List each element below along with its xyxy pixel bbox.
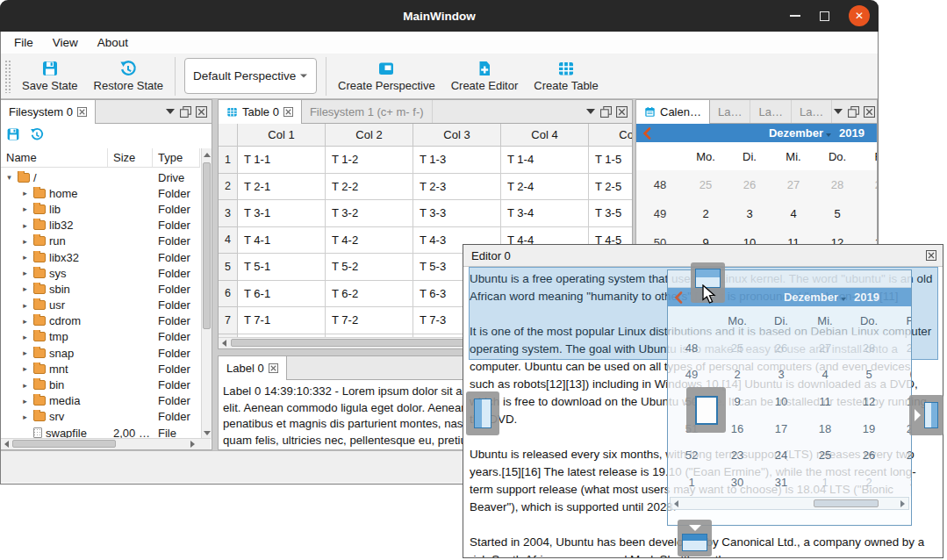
table-cell[interactable]: T 1-2 [326, 147, 413, 174]
calendar-day[interactable]: 2 [684, 207, 728, 220]
expander-icon[interactable]: ▸ [20, 269, 30, 277]
calendar-day[interactable]: 27 [771, 178, 815, 191]
table-cell[interactable]: T 3-4 [501, 200, 589, 227]
table-cell[interactable]: T 2-5 [589, 174, 632, 201]
expander-icon[interactable]: ▸ [20, 348, 30, 357]
save-state-button[interactable]: Save State [14, 58, 86, 94]
month-select[interactable]: Dezember [769, 126, 831, 140]
calendar-day[interactable]: 6 [859, 207, 877, 220]
expander-icon[interactable]: ▸ [20, 221, 30, 230]
minimize-icon[interactable] [790, 15, 800, 17]
table-cell[interactable]: T 3-1 [238, 200, 326, 227]
table-cell[interactable]: T 1-3 [413, 147, 501, 174]
tab-close-icon[interactable] [77, 107, 87, 117]
tree-row[interactable]: ▸ media Folder [1, 393, 200, 409]
tree-row[interactable]: ▸ srv Folder [1, 409, 200, 425]
table-cell[interactable]: T 2-2 [326, 174, 413, 201]
table-cell[interactable]: T 4-1 [238, 227, 326, 255]
restore-state-button[interactable]: Restore State [86, 58, 172, 94]
year-select[interactable]: 2019 [839, 126, 864, 140]
expander-icon[interactable]: ▸ [20, 301, 30, 310]
tree-row[interactable]: ▸ mnt Folder [1, 361, 200, 377]
tab-label-0[interactable]: Label 0 [219, 356, 287, 380]
close-icon[interactable]: ✕ [849, 5, 870, 26]
expander-icon[interactable]: ▸ [20, 413, 30, 421]
dock-menu-icon[interactable] [585, 106, 596, 118]
col-name[interactable]: Name [1, 148, 108, 167]
table-cell[interactable]: T 2-3 [413, 174, 501, 201]
tree-row[interactable]: ▸ usr Folder [1, 298, 200, 313]
expander-icon[interactable]: ▸ [20, 237, 30, 246]
dock-close-icon[interactable] [864, 106, 875, 118]
calendar-day[interactable]: 25 [684, 178, 728, 191]
calendar-day[interactable]: 29 [859, 178, 877, 191]
maximize-icon[interactable] [820, 11, 829, 21]
expander-icon[interactable]: ▸ [20, 333, 30, 341]
tree-row[interactable]: ▸ home Folder [1, 185, 200, 201]
window-titlebar[interactable]: MainWindow ✕ [0, 0, 879, 32]
row-header[interactable]: 2 [219, 174, 238, 201]
tree-row[interactable]: ▸ lib32 Folder [1, 218, 200, 233]
dock-close-icon[interactable] [616, 106, 628, 118]
tree-row[interactable]: ▸ cdrom Folder [1, 313, 200, 329]
expander-icon[interactable]: ▸ [20, 205, 30, 213]
tab-label-collapsed[interactable]: La… [792, 100, 832, 123]
calendar-day[interactable]: 3 [728, 207, 771, 220]
row-header[interactable]: 1 [219, 147, 238, 174]
tab-close-icon[interactable] [269, 363, 278, 373]
table-cell[interactable]: T 6-1 [238, 281, 326, 308]
table-cell[interactable]: T 7-2 [326, 307, 413, 334]
prev-month-icon[interactable] [642, 127, 651, 140]
tab-calendar[interactable]: Calen… [636, 100, 710, 124]
tree-row[interactable]: ▸ bin Folder [1, 377, 200, 392]
row-header[interactable]: 6 [219, 281, 238, 308]
calendar-day[interactable]: 26 [728, 178, 771, 191]
tree-row[interactable]: ▸ run Folder [1, 233, 200, 249]
dock-menu-icon[interactable] [164, 106, 176, 118]
table-cell[interactable]: T 5-2 [326, 254, 413, 281]
tree-row[interactable]: ▸ sbin Folder [1, 281, 200, 297]
dock-float-icon[interactable] [600, 106, 612, 118]
table-cell[interactable]: T 3-2 [326, 200, 413, 227]
tree-row[interactable]: ▾ / Drive [1, 169, 200, 185]
table-cell[interactable]: T 2-4 [501, 174, 589, 201]
restore-clock-icon[interactable] [30, 127, 44, 141]
expander-icon[interactable]: ▸ [20, 189, 30, 197]
tree-row[interactable]: ▸ lib Folder [1, 201, 200, 217]
create-perspective-button[interactable]: Create Perspective [330, 58, 443, 94]
drop-indicator-left[interactable] [466, 391, 499, 435]
row-header[interactable]: 4 [219, 227, 238, 255]
expander-icon[interactable]: ▸ [20, 284, 30, 293]
expander-icon[interactable]: ▸ [20, 317, 30, 326]
table-cell[interactable]: T 3-5 [589, 200, 632, 227]
table-cell[interactable]: T 6-2 [326, 281, 413, 308]
col-type[interactable]: Type [153, 148, 200, 167]
tree-row[interactable]: ▸ snap Folder [1, 345, 200, 361]
create-table-button[interactable]: Create Table [526, 58, 606, 94]
table-cell[interactable]: T 4-2 [326, 227, 413, 255]
table-cell[interactable]: T 1-1 [238, 147, 326, 174]
editor-close-icon[interactable] [926, 250, 943, 261]
drop-indicator-center[interactable] [686, 387, 726, 433]
calendar-day[interactable]: 4 [771, 207, 815, 220]
table-cell[interactable]: T 5-1 [238, 254, 326, 281]
column-header[interactable]: Col 5 [589, 124, 633, 147]
calendar-day[interactable]: 28 [815, 178, 859, 191]
dock-menu-icon[interactable] [832, 106, 843, 118]
floppy-icon[interactable] [6, 127, 20, 141]
toolbar-drag-handle[interactable] [4, 60, 11, 93]
tree-row[interactable]: ▸ sys Folder [1, 265, 200, 281]
column-header[interactable]: Col 4 [501, 124, 589, 147]
tab-label-collapsed[interactable]: La… [750, 100, 791, 123]
column-header[interactable]: Col 1 [238, 124, 326, 147]
row-header[interactable]: 5 [219, 254, 238, 281]
column-header[interactable]: Col 2 [326, 124, 413, 147]
expander-icon[interactable]: ▸ [20, 381, 30, 390]
expander-icon[interactable]: ▸ [20, 364, 30, 373]
tree-vertical-scrollbar[interactable] [201, 148, 212, 440]
tree-horizontal-scrollbar[interactable] [1, 438, 211, 449]
drop-indicator-bottom[interactable] [678, 520, 712, 556]
dock-close-icon[interactable] [196, 106, 207, 118]
table-cell[interactable]: T 7-1 [238, 307, 326, 334]
col-size[interactable]: Size [108, 148, 153, 167]
